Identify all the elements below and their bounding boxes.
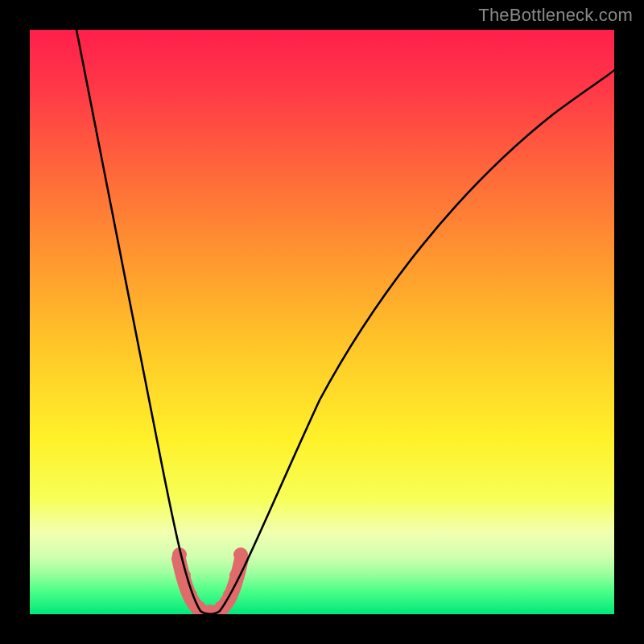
chart-frame: TheBottleneck.com (0, 0, 644, 644)
watermark-text: TheBottleneck.com (478, 5, 633, 26)
highlight-dot (233, 547, 248, 562)
bottleneck-curve-svg (30, 30, 614, 614)
plot-area (30, 30, 614, 614)
highlight-segment (179, 559, 242, 613)
bottleneck-curve (76, 30, 614, 614)
